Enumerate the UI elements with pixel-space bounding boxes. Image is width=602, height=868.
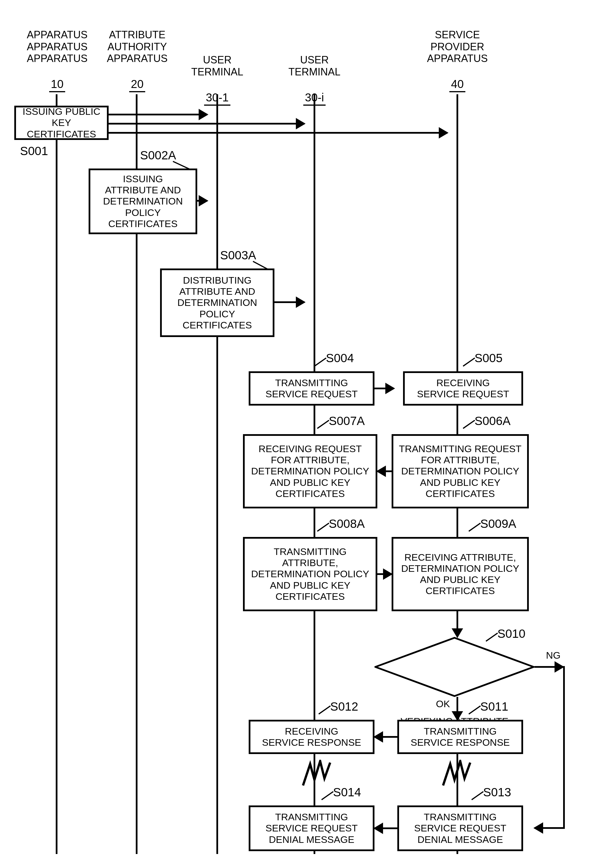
step-label-s014: S014 xyxy=(333,785,361,799)
lane-header-5: SERVICE PROVIDER APPARATUS 40 xyxy=(417,17,498,92)
step-s011: TRANSMITTING SERVICE RESPONSE xyxy=(397,720,523,754)
leader-s006a xyxy=(463,420,475,429)
lane-title: SERVICE PROVIDER APPARATUS xyxy=(427,29,488,64)
arrow-s013-s014 xyxy=(375,827,397,829)
lane-header-1: APPARATUS APPARATUS APPARATUS 10 xyxy=(20,17,94,92)
leader-s009a xyxy=(468,523,481,532)
step-text: ISSUING PUBLIC KEY CERTIFICATES xyxy=(18,106,104,139)
lane-title: USER TERMINAL xyxy=(289,54,341,77)
step-s004: TRANSMITTING SERVICE REQUEST xyxy=(249,371,375,406)
step-text: RECEIVING REQUEST FOR ATTRIBUTE, DETERMI… xyxy=(251,443,369,499)
step-label-s008a: S008A xyxy=(329,517,365,531)
leader-s012 xyxy=(318,706,331,715)
step-label-s004: S004 xyxy=(326,351,354,365)
step-text: TRANSMITTING SERVICE REQUEST DENIAL MESS… xyxy=(266,811,358,845)
step-label-s001: S001 xyxy=(20,144,48,158)
step-text: TRANSMITTING SERVICE RESPONSE xyxy=(410,726,510,748)
arrow-s001-uti xyxy=(109,123,304,124)
branch-ok: OK xyxy=(436,698,450,709)
arrow-s006a-s007a xyxy=(377,470,392,472)
step-label-s010: S010 xyxy=(498,627,525,641)
break-icon-left xyxy=(300,760,335,788)
step-s007a: RECEIVING REQUEST FOR ATTRIBUTE, DETERMI… xyxy=(243,434,377,508)
lane-num: 40 xyxy=(449,77,466,92)
arrow-s004-s005 xyxy=(375,387,394,389)
step-s008a: TRANSMITTING ATTRIBUTE, DETERMINATION PO… xyxy=(243,537,377,611)
step-s009a: RECEIVING ATTRIBUTE, DETERMINATION POLIC… xyxy=(392,537,529,611)
branch-ng: NG xyxy=(546,650,561,661)
step-text: TRANSMITTING SERVICE REQUEST xyxy=(266,377,358,400)
arrow-s001-sp xyxy=(109,132,447,134)
step-label-s003a: S003A xyxy=(220,248,256,262)
arrow-into-s010 xyxy=(456,611,458,637)
decision-s010: VERIFYING ATTRIBUTE CERTIFICATE xyxy=(375,637,534,697)
arrow-ng-h xyxy=(534,666,563,668)
step-text: RECEIVING SERVICE REQUEST xyxy=(417,377,509,400)
lane-num: 20 xyxy=(129,77,146,92)
step-text: TRANSMITTING ATTRIBUTE, DETERMINATION PO… xyxy=(251,546,369,602)
step-s002a: ISSUING ATTRIBUTE AND DETERMINATION POLI… xyxy=(89,168,197,234)
step-label-s006a: S006A xyxy=(475,414,510,428)
arrow-ng-into-s013 xyxy=(534,827,563,829)
step-text: RECEIVING SERVICE RESPONSE xyxy=(262,726,361,748)
arrow-ok xyxy=(456,697,458,720)
step-label-s005: S005 xyxy=(475,351,502,365)
arrow-s002a xyxy=(197,200,207,202)
lifeline-1 xyxy=(56,94,57,854)
leader-s014 xyxy=(321,791,333,800)
step-text: TRANSMITTING REQUEST FOR ATTRIBUTE, DETE… xyxy=(399,443,522,499)
lane-num: 10 xyxy=(49,77,66,92)
step-s001: ISSUING PUBLIC KEY CERTIFICATES xyxy=(14,106,109,140)
arrow-s008a-s009a xyxy=(377,573,392,575)
step-s006a: TRANSMITTING REQUEST FOR ATTRIBUTE, DETE… xyxy=(392,434,529,508)
step-label-s011: S011 xyxy=(480,700,508,713)
step-s005: RECEIVING SERVICE REQUEST xyxy=(403,371,523,406)
leader-s008a xyxy=(317,523,329,532)
step-text: DISTRIBUTING ATTRIBUTE AND DETERMINATION… xyxy=(164,275,270,331)
step-label-s002a: S002A xyxy=(140,148,176,162)
leader-s005 xyxy=(463,358,475,367)
step-label-s007a: S007A xyxy=(329,414,365,428)
step-label-s013: S013 xyxy=(483,785,511,799)
lane-title: USER TERMINAL xyxy=(191,54,243,77)
step-text: RECEIVING ATTRIBUTE, DETERMINATION POLIC… xyxy=(401,552,519,596)
leader-s007a xyxy=(317,420,329,429)
lane-title: APPARATUS APPARATUS APPARATUS xyxy=(27,29,88,64)
lane-header-2: ATTRIBUTE AUTHORITY APPARATUS 20 xyxy=(100,17,174,92)
step-label-s012: S012 xyxy=(330,700,358,713)
arrow-s003a xyxy=(275,301,304,303)
step-label-s009a: S009A xyxy=(480,517,516,531)
lifeline-3 xyxy=(217,94,218,854)
break-icon-right xyxy=(440,760,475,788)
arrow-s001-ut1 xyxy=(109,114,207,115)
leader-s004 xyxy=(314,358,326,367)
ng-vline xyxy=(563,666,565,829)
step-s003a: DISTRIBUTING ATTRIBUTE AND DETERMINATION… xyxy=(160,268,275,337)
step-text: ISSUING ATTRIBUTE AND DETERMINATION POLI… xyxy=(93,173,193,229)
step-s013: TRANSMITTING SERVICE REQUEST DENIAL MESS… xyxy=(397,805,523,851)
arrow-s011-s012 xyxy=(375,736,397,738)
step-s014: TRANSMITTING SERVICE REQUEST DENIAL MESS… xyxy=(249,805,375,851)
step-text: TRANSMITTING SERVICE REQUEST DENIAL MESS… xyxy=(414,811,506,845)
step-s012: RECEIVING SERVICE RESPONSE xyxy=(249,720,375,754)
lane-title: ATTRIBUTE AUTHORITY APPARATUS xyxy=(107,29,168,64)
leader-s013 xyxy=(471,791,484,800)
svg-marker-0 xyxy=(375,638,534,696)
